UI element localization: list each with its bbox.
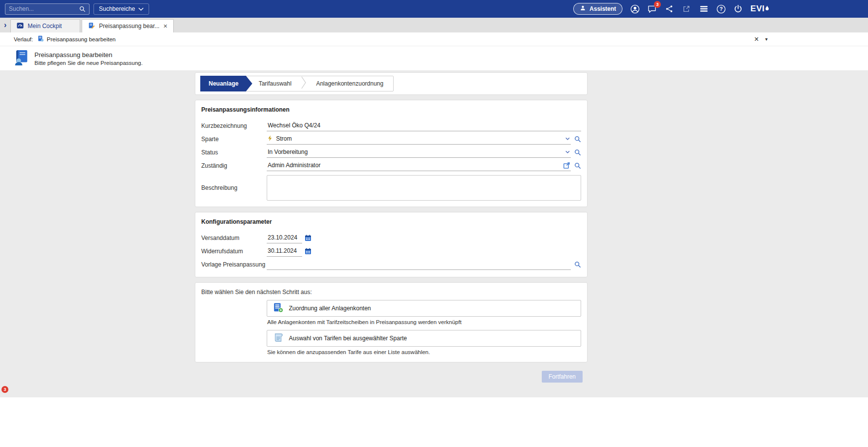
field-label: Kurzbezeichnung bbox=[201, 122, 267, 129]
status-dropdown[interactable]: In Vorbereitung bbox=[267, 147, 571, 158]
zustaendig-field[interactable]: Admin Administrator bbox=[267, 160, 571, 171]
field-sparte: Sparte Strom bbox=[201, 132, 581, 146]
page-header: Preisanpassung bearbeiten Bitte pflegen … bbox=[0, 46, 868, 70]
konfigurationsparameter-card: Konfigurationsparameter Versanddatum 23.… bbox=[195, 212, 587, 277]
footer-actions: Fortfahren bbox=[195, 371, 587, 383]
field-beschreibung: Beschreibung bbox=[201, 175, 581, 201]
option-label: Auswahl von Tarifen bei ausgewählter Spa… bbox=[289, 335, 407, 342]
verlauf-actions: × ▾ bbox=[754, 35, 768, 43]
notifications-button[interactable]: 3 bbox=[647, 4, 657, 14]
verlauf-item[interactable]: Preisanpassung bearbeiten bbox=[37, 35, 116, 43]
search-scope-dropdown[interactable]: Suchbereiche bbox=[93, 3, 149, 15]
evi-logo-text: EVI bbox=[750, 4, 765, 14]
verlauf-label: Verlauf: bbox=[14, 36, 33, 42]
search-icon[interactable] bbox=[79, 6, 86, 12]
corner-notification-badge[interactable]: 3 bbox=[1, 386, 8, 393]
option-zuordnung-aller-anlagenkonten[interactable]: Zuordnung aller Anlagenkonten bbox=[267, 300, 581, 317]
global-search-box[interactable] bbox=[5, 3, 90, 15]
open-record-icon[interactable] bbox=[563, 162, 570, 169]
expand-tabs-icon[interactable]: › bbox=[4, 21, 6, 29]
evi-logo: EVI bbox=[750, 4, 769, 14]
tab-close-icon[interactable]: × bbox=[163, 23, 167, 30]
option-description: Alle Anlagenkonten mit Tarifzeitscheiben… bbox=[267, 319, 581, 325]
vorlage-field[interactable] bbox=[267, 259, 571, 270]
preisanpassung-icon bbox=[14, 49, 29, 67]
field-label: Zuständig bbox=[201, 162, 267, 169]
page-header-text: Preisanpassung bearbeiten Bitte pflegen … bbox=[34, 51, 143, 66]
tab-bar: › Mein Cockpit Preisanpassung bear... × bbox=[0, 18, 868, 32]
assistant-icon bbox=[580, 5, 586, 13]
document-icon bbox=[37, 35, 44, 43]
field-label: Versanddatum bbox=[201, 235, 267, 241]
step-neuanlage[interactable]: Neuanlage bbox=[200, 76, 252, 91]
option-label: Zuordnung aller Anlagenkonten bbox=[289, 305, 371, 312]
calendar-icon[interactable] bbox=[305, 235, 311, 241]
page-title: Preisanpassung bearbeiten bbox=[34, 51, 143, 59]
user-account-button[interactable] bbox=[630, 4, 640, 14]
widerrufsdatum-value: 30.11.2024 bbox=[268, 247, 297, 254]
step-anlagenkontenzuordnung[interactable]: Anlagenkontenzuordnung bbox=[306, 76, 393, 91]
menu-icon[interactable] bbox=[699, 4, 709, 14]
continue-button[interactable]: Fortfahren bbox=[542, 371, 583, 383]
tab-label: Mein Cockpit bbox=[28, 23, 62, 30]
zustaendig-value: Admin Administrator bbox=[268, 162, 320, 169]
topbar-actions: Assistent 3 ? bbox=[573, 0, 769, 18]
field-status: Status In Vorbereitung bbox=[201, 146, 581, 159]
cockpit-icon bbox=[17, 22, 24, 30]
strom-icon bbox=[268, 135, 273, 143]
next-step-prompt: Bitte wählen Sie den nächsten Schritt au… bbox=[201, 289, 581, 296]
search-input[interactable] bbox=[9, 5, 76, 12]
step-separator-icon bbox=[301, 76, 306, 91]
status-value: In Vorbereitung bbox=[268, 149, 308, 155]
tab-preisanpassung-bearbeiten[interactable]: Preisanpassung bear... × bbox=[82, 19, 174, 32]
zustaendig-search-icon[interactable] bbox=[574, 162, 581, 169]
main-content: Neuanlage Tarifauswahl Anlagenkontenzuor… bbox=[0, 70, 868, 397]
evi-flame-icon bbox=[765, 4, 769, 14]
option-description: Sie können die anzupassenden Tarife aus … bbox=[267, 349, 581, 355]
versanddatum-input[interactable]: 23.10.2024 bbox=[267, 232, 302, 243]
chevron-down-icon[interactable]: ▾ bbox=[765, 37, 768, 42]
option-auswahl-von-tarifen[interactable]: Auswahl von Tarifen bei ausgewählter Spa… bbox=[267, 330, 581, 347]
wizard-steps: Neuanlage Tarifauswahl Anlagenkontenzuor… bbox=[200, 76, 394, 91]
widerrufsdatum-input[interactable]: 30.11.2024 bbox=[267, 245, 302, 257]
chevron-down-icon[interactable] bbox=[565, 150, 570, 153]
notifications-badge: 3 bbox=[654, 1, 661, 8]
status-search-icon[interactable] bbox=[574, 149, 581, 156]
step-tarifauswahl[interactable]: Tarifauswahl bbox=[246, 76, 302, 91]
versanddatum-value: 23.10.2024 bbox=[268, 234, 297, 241]
section-title: Preisanpassungsinformationen bbox=[201, 106, 581, 113]
sparte-search-icon[interactable] bbox=[574, 136, 581, 143]
chevron-down-icon bbox=[138, 5, 144, 12]
field-zustaendig: Zuständig Admin Administrator bbox=[201, 159, 581, 172]
sparte-value: Strom bbox=[276, 135, 292, 142]
verlauf-bar: Verlauf: Preisanpassung bearbeiten × ▾ bbox=[0, 32, 868, 46]
assistant-button[interactable]: Assistent bbox=[573, 3, 622, 15]
assistant-label: Assistent bbox=[589, 5, 616, 12]
help-button[interactable]: ? bbox=[716, 4, 726, 14]
chevron-down-icon[interactable] bbox=[565, 137, 570, 140]
field-widerrufsdatum: Widerrufsdatum 30.11.2024 bbox=[201, 244, 581, 258]
power-logout-button[interactable] bbox=[733, 4, 743, 14]
calendar-icon[interactable] bbox=[305, 248, 311, 255]
page-subtitle: Bitte pflegen Sie die neue Preisanpassun… bbox=[34, 60, 143, 66]
next-step-card: Bitte wählen Sie den nächsten Schritt au… bbox=[195, 283, 587, 362]
field-label: Status bbox=[201, 149, 267, 156]
topbar: Suchbereiche Assistent 3 bbox=[0, 0, 868, 18]
open-external-icon[interactable] bbox=[682, 4, 691, 14]
verlauf-item-label: Preisanpassung bearbeiten bbox=[47, 36, 116, 42]
close-icon[interactable]: × bbox=[754, 35, 759, 43]
tarif-scroll-icon bbox=[273, 332, 283, 344]
beschreibung-textarea[interactable] bbox=[267, 175, 581, 201]
section-title: Konfigurationsparameter bbox=[201, 218, 581, 225]
svg-text:?: ? bbox=[719, 6, 723, 12]
sparte-dropdown[interactable]: Strom bbox=[267, 133, 571, 145]
field-label: Vorlage Preisanpassung bbox=[201, 261, 267, 268]
wizard-card: Neuanlage Tarifauswahl Anlagenkontenzuor… bbox=[195, 73, 587, 94]
share-icon[interactable] bbox=[664, 4, 674, 14]
field-label: Widerrufsdatum bbox=[201, 248, 267, 255]
tab-mein-cockpit[interactable]: Mein Cockpit bbox=[10, 19, 80, 32]
tab-label: Preisanpassung bear... bbox=[99, 23, 159, 30]
kurzbezeichnung-input[interactable] bbox=[268, 120, 580, 131]
vorlage-search-icon[interactable] bbox=[574, 261, 581, 268]
document-edit-icon bbox=[88, 22, 95, 30]
